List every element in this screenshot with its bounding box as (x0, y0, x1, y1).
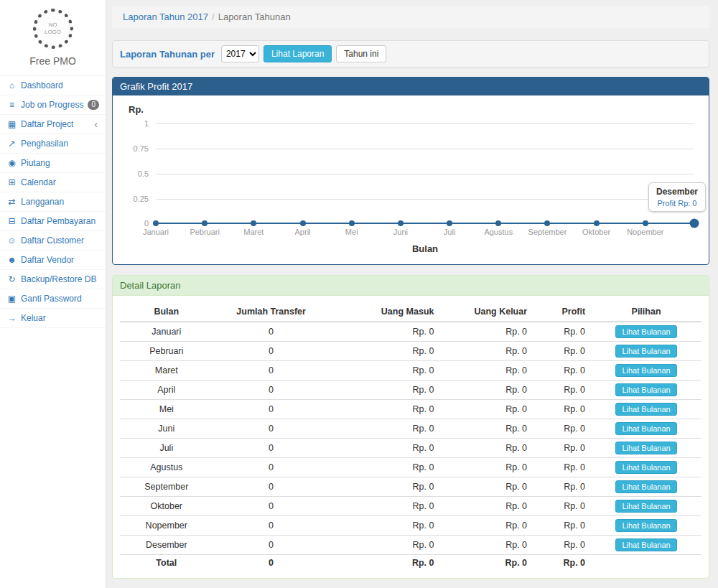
cell-uang-masuk: Rp. 0 (330, 497, 440, 516)
cell-jumlah-transfer: 0 (213, 361, 330, 381)
lihat-bulanan-button[interactable]: Lihat Bulanan (615, 345, 676, 358)
detail-table: BulanJumlah TransferUang MasukUang Kelua… (120, 302, 701, 571)
lihat-bulanan-button[interactable]: Lihat Bulanan (615, 403, 676, 416)
cell-pilihan: Lihat Bulanan (591, 361, 701, 381)
cell-uang-keluar: Rp. 0 (439, 361, 533, 381)
table-row: Pebruari0Rp. 0Rp. 0Rp. 0Lihat Bulanan (120, 342, 701, 361)
cell-bulan: Nopember (120, 516, 213, 536)
chart-point-pebruari[interactable] (202, 220, 208, 226)
filter-label: Laporan Tahunan per (120, 49, 215, 60)
chart-point-desember[interactable] (690, 219, 699, 228)
x-tick-label: Maret (243, 228, 264, 236)
cell-uang-masuk: Rp. 0 (330, 342, 440, 361)
chart-point-agustus[interactable] (495, 220, 501, 226)
cell-uang-keluar: Rp. 0 (439, 322, 533, 342)
table-row: Maret0Rp. 0Rp. 0Rp. 0Lihat Bulanan (120, 361, 701, 381)
chart-point-juni[interactable] (398, 220, 404, 226)
cell-jumlah-transfer: 0 (213, 516, 330, 536)
lihat-bulanan-button[interactable]: Lihat Bulanan (615, 364, 676, 377)
table-row: Oktober0Rp. 0Rp. 0Rp. 0Lihat Bulanan (120, 497, 701, 516)
cell-pilihan: Lihat Bulanan (591, 342, 701, 361)
cell-bulan: Oktober (120, 497, 213, 516)
sidebar-item-daftar-vendor[interactable]: ☻Daftar Vendor (0, 251, 106, 270)
sidebar-item-label: Calendar (21, 177, 99, 187)
lihat-bulanan-button[interactable]: Lihat Bulanan (615, 422, 676, 435)
cell-profit: Rp. 0 (533, 516, 591, 536)
cell-bulan: Juli (120, 439, 213, 458)
cell-jumlah-transfer: 0 (213, 419, 330, 439)
sidebar-item-label: Penghasilan (21, 139, 99, 149)
chart-point-oktober[interactable] (594, 220, 600, 226)
sidebar-item-label: Daftar Pembayaran (21, 216, 99, 226)
x-tick-label: Oktober (582, 228, 610, 236)
breadcrumb-link-laporan-tahun[interactable]: Laporan Tahun 2017 (123, 11, 208, 22)
sidebar-item-label: Dashboard (21, 80, 99, 90)
y-tick-label: 0.25 (134, 195, 149, 203)
sidebar-item-calendar[interactable]: ⊞Calendar (0, 173, 106, 192)
table-row: Januari0Rp. 0Rp. 0Rp. 0Lihat Bulanan (120, 322, 701, 342)
vendors-icon: ☻ (6, 255, 17, 265)
lihat-bulanan-button[interactable]: Lihat Bulanan (615, 442, 676, 454)
sidebar-item-langganan[interactable]: ⇄Langganan (0, 192, 106, 212)
sidebar: NO LOGO Free PMO ⌂Dashboard≡Job on Progr… (0, 0, 106, 588)
sidebar-item-job-on-progress[interactable]: ≡Job on Progress0 (0, 95, 106, 115)
table-row: Desember0Rp. 0Rp. 0Rp. 0Lihat Bulanan (120, 536, 701, 555)
sidebar-item-label: Daftar Project (21, 119, 94, 129)
lihat-bulanan-button[interactable]: Lihat Bulanan (615, 383, 676, 396)
lihat-bulanan-button[interactable]: Lihat Bulanan (615, 480, 676, 493)
lihat-laporan-button[interactable]: Lihat Laporan (264, 45, 332, 62)
cell-uang-keluar: Rp. 0 (439, 555, 533, 571)
chart-point-maret[interactable] (251, 220, 256, 226)
cell-jumlah-transfer: 0 (213, 477, 330, 497)
lihat-bulanan-button[interactable]: Lihat Bulanan (615, 538, 676, 551)
y-tick-label: 1 (144, 119, 149, 128)
chart-point-juli[interactable] (447, 220, 452, 226)
sidebar-item-backup-restore-db[interactable]: ↻Backup/Restore DB (0, 270, 106, 289)
lihat-bulanan-button[interactable]: Lihat Bulanan (615, 519, 676, 532)
database-refresh-icon: ↻ (6, 274, 17, 284)
cell-profit: Rp. 0 (533, 419, 591, 439)
table-row: Agustus0Rp. 0Rp. 0Rp. 0Lihat Bulanan (120, 458, 701, 477)
lihat-bulanan-button[interactable]: Lihat Bulanan (615, 500, 676, 513)
chart-point-nopember[interactable] (643, 220, 648, 226)
cell-pilihan: Lihat Bulanan (591, 458, 701, 477)
subscription-icon: ⇄ (6, 197, 17, 207)
cell-bulan: Total (120, 555, 213, 571)
sidebar-item-label: Keluar (21, 313, 99, 323)
y-axis: 00.250.50.751 (127, 123, 156, 224)
table-row: Nopember0Rp. 0Rp. 0Rp. 0Lihat Bulanan (120, 516, 701, 536)
year-select[interactable]: 2017 (221, 45, 259, 62)
sidebar-item-keluar[interactable]: →Keluar (0, 309, 106, 328)
lihat-bulanan-button[interactable]: Lihat Bulanan (615, 461, 676, 474)
cell-uang-masuk: Rp. 0 (330, 458, 440, 477)
sidebar-item-penghasilan[interactable]: ↗Penghasilan (0, 134, 106, 154)
chart-point-mei[interactable] (349, 220, 355, 226)
chart-point-januari[interactable] (153, 220, 159, 226)
profit-chart-panel: Grafik Profit 2017 Rp. 00.250.50.751 Des… (112, 77, 709, 265)
logo-placeholder-text: NO LOGO (42, 22, 64, 35)
report-filter-panel: Laporan Tahunan per 2017 Lihat Laporan T… (112, 40, 709, 67)
payment-icon: ⊟ (6, 216, 17, 226)
cell-pilihan: Lihat Bulanan (591, 400, 701, 419)
tooltip-value: Profit Rp: 0 (656, 199, 698, 207)
sidebar-item-daftar-customer[interactable]: ☺Daftar Customer (0, 231, 106, 251)
plot-wrap: 00.250.50.751 Desember Profit Rp: 0 (127, 123, 694, 224)
cell-uang-masuk: Rp. 0 (330, 516, 440, 536)
table-row: April0Rp. 0Rp. 0Rp. 0Lihat Bulanan (120, 381, 701, 400)
cell-uang-masuk: Rp. 0 (330, 536, 440, 555)
sidebar-item-dashboard[interactable]: ⌂Dashboard (0, 76, 106, 95)
sidebar-item-daftar-pembayaran[interactable]: ⊟Daftar Pembayaran (0, 212, 106, 231)
job-count-badge: 0 (88, 100, 99, 110)
sidebar-item-daftar-project[interactable]: ▦Daftar Project‹ (0, 115, 106, 134)
cell-pilihan: Lihat Bulanan (591, 497, 701, 516)
sidebar-menu: ⌂Dashboard≡Job on Progress0▦Daftar Proje… (0, 76, 106, 328)
chart-point-september[interactable] (544, 220, 550, 226)
sidebar-item-ganti-password[interactable]: ▣Ganti Password (0, 289, 106, 309)
chart-point-april[interactable] (300, 220, 306, 226)
lihat-bulanan-button[interactable]: Lihat Bulanan (615, 325, 676, 338)
x-tick-label: Agustus (484, 228, 513, 236)
column-header-jumlah-transfer: Jumlah Transfer (213, 302, 330, 322)
sidebar-item-piutang[interactable]: ◉Piutang (0, 154, 106, 173)
cell-jumlah-transfer: 0 (213, 536, 330, 555)
tahun-ini-button[interactable]: Tahun ini (336, 45, 386, 62)
